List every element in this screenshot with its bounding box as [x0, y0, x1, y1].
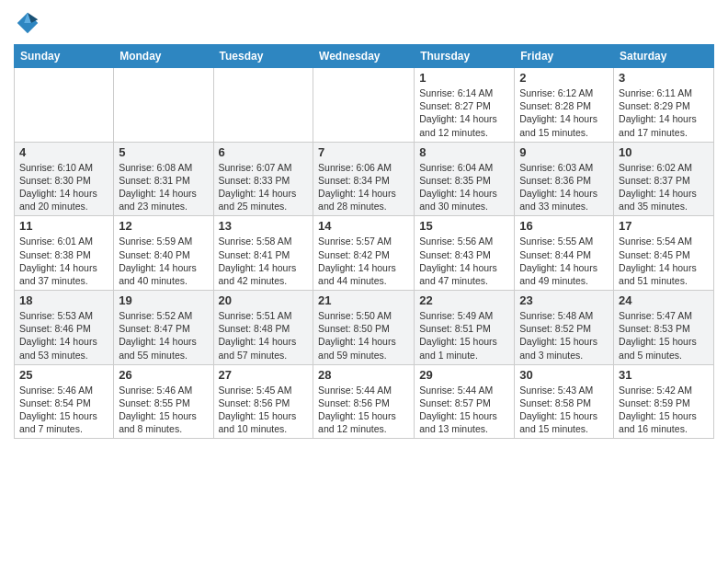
day-cell: 4Sunrise: 6:10 AM Sunset: 8:30 PM Daylig…	[15, 142, 114, 216]
day-number: 9	[519, 145, 609, 159]
calendar-header: SundayMondayTuesdayWednesdayThursdayFrid…	[15, 45, 714, 68]
logo	[14, 9, 45, 37]
day-number: 29	[419, 368, 509, 382]
day-info: Sunrise: 5:43 AM Sunset: 8:58 PM Dayligh…	[519, 384, 609, 436]
day-number: 22	[419, 293, 509, 307]
day-cell: 2Sunrise: 6:12 AM Sunset: 8:28 PM Daylig…	[515, 68, 614, 143]
day-info: Sunrise: 5:50 AM Sunset: 8:50 PM Dayligh…	[318, 309, 409, 362]
day-number: 18	[19, 293, 108, 307]
day-number: 11	[19, 219, 108, 233]
day-cell: 7Sunrise: 6:06 AM Sunset: 8:34 PM Daylig…	[313, 142, 415, 216]
day-cell: 18Sunrise: 5:53 AM Sunset: 8:46 PM Dayli…	[15, 291, 114, 365]
day-cell: 28Sunrise: 5:44 AM Sunset: 8:56 PM Dayli…	[313, 364, 415, 439]
day-info: Sunrise: 5:46 AM Sunset: 8:54 PM Dayligh…	[19, 384, 108, 436]
day-cell: 31Sunrise: 5:42 AM Sunset: 8:59 PM Dayli…	[614, 364, 714, 439]
day-number: 21	[318, 293, 409, 307]
day-cell: 22Sunrise: 5:49 AM Sunset: 8:51 PM Dayli…	[415, 291, 515, 365]
day-cell: 6Sunrise: 6:07 AM Sunset: 8:33 PM Daylig…	[213, 142, 313, 216]
day-cell: 23Sunrise: 5:48 AM Sunset: 8:52 PM Dayli…	[515, 291, 614, 365]
day-info: Sunrise: 5:53 AM Sunset: 8:46 PM Dayligh…	[19, 309, 108, 362]
day-info: Sunrise: 5:44 AM Sunset: 8:57 PM Dayligh…	[419, 384, 509, 436]
logo-icon	[14, 9, 41, 37]
day-info: Sunrise: 5:54 AM Sunset: 8:45 PM Dayligh…	[619, 235, 709, 287]
day-cell: 24Sunrise: 5:47 AM Sunset: 8:53 PM Dayli…	[614, 291, 714, 365]
day-cell: 20Sunrise: 5:51 AM Sunset: 8:48 PM Dayli…	[213, 291, 313, 365]
day-info: Sunrise: 5:46 AM Sunset: 8:55 PM Dayligh…	[119, 384, 208, 436]
day-number: 31	[619, 368, 709, 382]
day-info: Sunrise: 6:08 AM Sunset: 8:31 PM Dayligh…	[119, 161, 208, 213]
day-info: Sunrise: 6:10 AM Sunset: 8:30 PM Dayligh…	[19, 161, 108, 213]
day-cell: 12Sunrise: 5:59 AM Sunset: 8:40 PM Dayli…	[114, 216, 213, 291]
day-cell: 30Sunrise: 5:43 AM Sunset: 8:58 PM Dayli…	[515, 364, 614, 439]
day-number: 17	[619, 219, 709, 233]
day-info: Sunrise: 5:51 AM Sunset: 8:48 PM Dayligh…	[219, 309, 309, 362]
day-number: 14	[318, 219, 409, 233]
day-number: 12	[119, 219, 208, 233]
weekday-header-monday: Monday	[114, 45, 213, 68]
calendar-body: 1Sunrise: 6:14 AM Sunset: 8:27 PM Daylig…	[15, 68, 714, 439]
day-info: Sunrise: 5:52 AM Sunset: 8:47 PM Dayligh…	[119, 309, 208, 362]
day-number: 16	[519, 219, 609, 233]
day-number: 15	[419, 219, 509, 233]
day-cell: 21Sunrise: 5:50 AM Sunset: 8:50 PM Dayli…	[313, 291, 415, 365]
day-cell	[313, 68, 415, 143]
weekday-header-wednesday: Wednesday	[313, 45, 415, 68]
day-cell: 17Sunrise: 5:54 AM Sunset: 8:45 PM Dayli…	[614, 216, 714, 291]
day-number: 23	[519, 293, 609, 307]
day-info: Sunrise: 6:06 AM Sunset: 8:34 PM Dayligh…	[318, 161, 409, 213]
day-number: 27	[219, 368, 309, 382]
day-info: Sunrise: 5:58 AM Sunset: 8:41 PM Dayligh…	[219, 235, 309, 287]
weekday-header-sunday: Sunday	[15, 45, 114, 68]
weekday-header-tuesday: Tuesday	[213, 45, 313, 68]
week-row-4: 18Sunrise: 5:53 AM Sunset: 8:46 PM Dayli…	[15, 291, 714, 365]
day-number: 20	[219, 293, 309, 307]
day-info: Sunrise: 6:07 AM Sunset: 8:33 PM Dayligh…	[219, 161, 309, 213]
day-cell	[213, 68, 313, 143]
day-number: 2	[519, 71, 609, 85]
day-cell: 3Sunrise: 6:11 AM Sunset: 8:29 PM Daylig…	[614, 68, 714, 143]
day-info: Sunrise: 6:03 AM Sunset: 8:36 PM Dayligh…	[519, 161, 609, 213]
weekday-header-thursday: Thursday	[415, 45, 515, 68]
header	[14, 9, 714, 37]
day-number: 25	[19, 368, 108, 382]
day-cell: 9Sunrise: 6:03 AM Sunset: 8:36 PM Daylig…	[515, 142, 614, 216]
day-info: Sunrise: 6:01 AM Sunset: 8:38 PM Dayligh…	[19, 235, 108, 287]
day-number: 10	[619, 145, 709, 159]
day-cell: 25Sunrise: 5:46 AM Sunset: 8:54 PM Dayli…	[15, 364, 114, 439]
day-number: 30	[519, 368, 609, 382]
day-number: 4	[19, 145, 108, 159]
day-info: Sunrise: 5:48 AM Sunset: 8:52 PM Dayligh…	[519, 309, 609, 362]
day-cell: 8Sunrise: 6:04 AM Sunset: 8:35 PM Daylig…	[415, 142, 515, 216]
day-info: Sunrise: 6:04 AM Sunset: 8:35 PM Dayligh…	[419, 161, 509, 213]
day-cell	[15, 68, 114, 143]
week-row-2: 4Sunrise: 6:10 AM Sunset: 8:30 PM Daylig…	[15, 142, 714, 216]
day-info: Sunrise: 5:57 AM Sunset: 8:42 PM Dayligh…	[318, 235, 409, 287]
day-cell: 19Sunrise: 5:52 AM Sunset: 8:47 PM Dayli…	[114, 291, 213, 365]
day-info: Sunrise: 6:14 AM Sunset: 8:27 PM Dayligh…	[419, 86, 509, 139]
day-number: 26	[119, 368, 208, 382]
day-number: 1	[419, 71, 509, 85]
day-info: Sunrise: 5:45 AM Sunset: 8:56 PM Dayligh…	[219, 384, 309, 436]
day-cell: 27Sunrise: 5:45 AM Sunset: 8:56 PM Dayli…	[213, 364, 313, 439]
day-number: 6	[219, 145, 309, 159]
day-info: Sunrise: 5:59 AM Sunset: 8:40 PM Dayligh…	[119, 235, 208, 287]
day-info: Sunrise: 5:49 AM Sunset: 8:51 PM Dayligh…	[419, 309, 509, 362]
day-number: 3	[619, 71, 709, 85]
day-cell: 13Sunrise: 5:58 AM Sunset: 8:41 PM Dayli…	[213, 216, 313, 291]
day-cell: 16Sunrise: 5:55 AM Sunset: 8:44 PM Dayli…	[515, 216, 614, 291]
day-number: 7	[318, 145, 409, 159]
day-cell: 10Sunrise: 6:02 AM Sunset: 8:37 PM Dayli…	[614, 142, 714, 216]
day-cell: 14Sunrise: 5:57 AM Sunset: 8:42 PM Dayli…	[313, 216, 415, 291]
calendar: SundayMondayTuesdayWednesdayThursdayFrid…	[14, 44, 714, 439]
day-cell: 15Sunrise: 5:56 AM Sunset: 8:43 PM Dayli…	[415, 216, 515, 291]
day-info: Sunrise: 6:12 AM Sunset: 8:28 PM Dayligh…	[519, 86, 609, 139]
day-cell: 29Sunrise: 5:44 AM Sunset: 8:57 PM Dayli…	[415, 364, 515, 439]
weekday-header-friday: Friday	[515, 45, 614, 68]
day-cell: 5Sunrise: 6:08 AM Sunset: 8:31 PM Daylig…	[114, 142, 213, 216]
day-info: Sunrise: 6:11 AM Sunset: 8:29 PM Dayligh…	[619, 86, 709, 139]
day-info: Sunrise: 5:56 AM Sunset: 8:43 PM Dayligh…	[419, 235, 509, 287]
day-number: 13	[219, 219, 309, 233]
day-info: Sunrise: 6:02 AM Sunset: 8:37 PM Dayligh…	[619, 161, 709, 213]
day-number: 24	[619, 293, 709, 307]
day-info: Sunrise: 5:55 AM Sunset: 8:44 PM Dayligh…	[519, 235, 609, 287]
